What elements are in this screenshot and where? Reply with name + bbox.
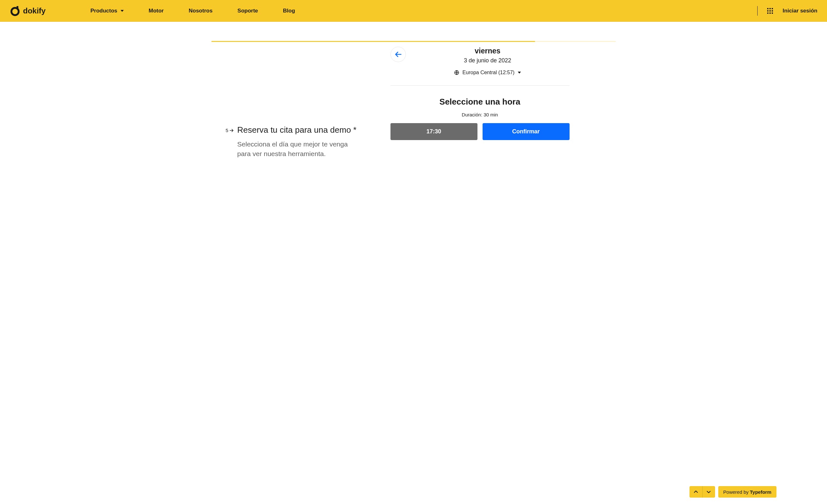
full-date: 3 de junio de 2022 [406, 57, 570, 64]
globe-icon [454, 70, 459, 75]
select-time-title: Seleccione una hora [390, 97, 570, 107]
duration-label: Duración: 30 min [390, 112, 570, 117]
step-indicator: 5 [226, 128, 234, 133]
selected-time-slot[interactable]: 17:30 [390, 123, 478, 140]
day-name: viernes [406, 47, 570, 55]
login-link[interactable]: Iniciar sesión [783, 8, 817, 14]
question-title: Reserva tu cita para una demo * [237, 125, 356, 135]
svg-rect-1 [17, 6, 18, 9]
brand-name: dokify [23, 6, 46, 15]
header-right: Iniciar sesión [757, 6, 817, 16]
back-button[interactable] [390, 47, 406, 62]
divider [757, 6, 758, 16]
nav-label: Soporte [238, 8, 258, 14]
question-subtitle: Selecciona el día que mejor te venga par… [237, 140, 356, 159]
confirm-button[interactable]: Confirmar [483, 123, 570, 140]
nav-item-soporte[interactable]: Soporte [238, 8, 258, 14]
progress-fill [211, 41, 535, 42]
nav-label: Motor [149, 8, 164, 14]
time-slot-row: 17:30 Confirmar [390, 123, 570, 140]
logo-icon [10, 5, 20, 16]
date-header: viernes 3 de junio de 2022 Europa Centra… [390, 47, 570, 86]
arrow-right-icon [230, 129, 234, 132]
nav-label: Blog [283, 8, 295, 14]
nav-item-motor[interactable]: Motor [149, 8, 164, 14]
content-row: 5 Reserva tu cita para una demo * Selecc… [211, 47, 616, 159]
nav-label: Productos [91, 8, 117, 14]
main-nav: Productos Motor Nosotros Soporte Blog [91, 8, 758, 14]
nav-item-blog[interactable]: Blog [283, 8, 295, 14]
arrow-left-icon [395, 51, 402, 57]
site-header: dokify Productos Motor Nosotros Soporte … [0, 0, 827, 22]
timezone-selector[interactable]: Europa Central (12:57) [454, 70, 521, 75]
nav-item-productos[interactable]: Productos [91, 8, 124, 14]
chevron-down-icon [120, 10, 124, 12]
nav-item-nosotros[interactable]: Nosotros [189, 8, 213, 14]
apps-grid-icon[interactable] [767, 8, 773, 14]
brand-logo[interactable]: dokify [10, 5, 46, 16]
progress-bar [211, 41, 616, 42]
question-column: 5 Reserva tu cita para una demo * Selecc… [211, 47, 390, 159]
nav-label: Nosotros [189, 8, 213, 14]
form-container: 5 Reserva tu cita para una demo * Selecc… [211, 22, 616, 159]
step-number: 5 [226, 128, 228, 133]
scheduler-column: viernes 3 de junio de 2022 Europa Centra… [390, 47, 616, 159]
timezone-label: Europa Central (12:57) [463, 70, 515, 75]
chevron-down-icon [518, 71, 521, 73]
